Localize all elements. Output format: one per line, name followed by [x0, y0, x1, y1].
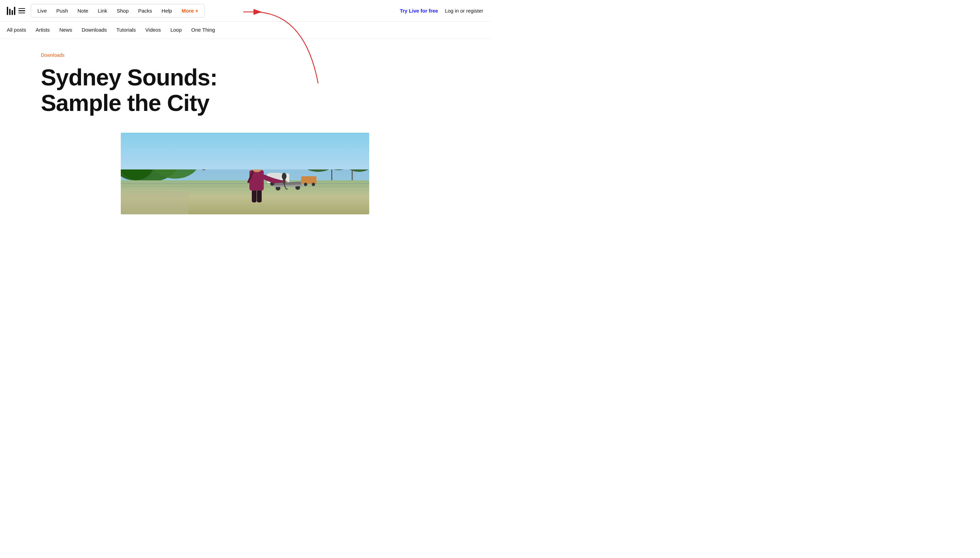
subnav-artists[interactable]: Artists — [31, 22, 55, 39]
subnav-tutorials[interactable]: Tutorials — [112, 22, 141, 39]
article-title: Sydney Sounds: Sample the City — [41, 65, 296, 116]
sub-navigation: All posts Artists News Downloads Tutoria… — [0, 22, 490, 39]
subnav-news[interactable]: News — [54, 22, 77, 39]
logo-bars — [7, 7, 15, 15]
subnav-one-thing[interactable]: One Thing — [187, 22, 220, 39]
login-register-link[interactable]: Log in or register — [445, 8, 483, 14]
subnav-all-posts[interactable]: All posts — [7, 22, 31, 39]
hero-scene — [121, 133, 369, 214]
nav-right-section: Try Live for free Log in or register — [400, 8, 483, 14]
subnav-downloads[interactable]: Downloads — [77, 22, 112, 39]
svg-point-23 — [304, 183, 307, 186]
nav-live[interactable]: Live — [33, 6, 52, 16]
svg-rect-22 — [301, 176, 317, 184]
hamburger-icon — [18, 8, 25, 14]
svg-point-24 — [312, 183, 315, 186]
nav-push[interactable]: Push — [52, 6, 73, 16]
try-live-button[interactable]: Try Live for free — [400, 8, 438, 14]
nav-help[interactable]: Help — [157, 6, 177, 16]
nav-packs[interactable]: Packs — [133, 6, 157, 16]
nav-note[interactable]: Note — [73, 6, 93, 16]
nav-shop[interactable]: Shop — [112, 6, 133, 16]
svg-rect-26 — [257, 189, 262, 202]
nav-more[interactable]: More + — [177, 6, 203, 16]
nav-left-section: Live Push Note Link Shop Packs Help More… — [7, 4, 205, 18]
category-label: Downloads — [41, 53, 449, 58]
subnav-videos[interactable]: Videos — [141, 22, 166, 39]
svg-rect-25 — [252, 189, 256, 202]
nav-link[interactable]: Link — [93, 6, 112, 16]
ableton-logo[interactable] — [7, 7, 25, 15]
top-navigation: Live Push Note Link Shop Packs Help More… — [0, 0, 490, 22]
main-nav-menu: Live Push Note Link Shop Packs Help More… — [31, 4, 205, 18]
scene-sky — [121, 133, 369, 169]
svg-point-41 — [282, 173, 287, 180]
subnav-loop[interactable]: Loop — [166, 22, 187, 39]
main-content: Downloads Sydney Sounds: Sample the City — [0, 39, 490, 235]
hero-image — [121, 133, 369, 214]
